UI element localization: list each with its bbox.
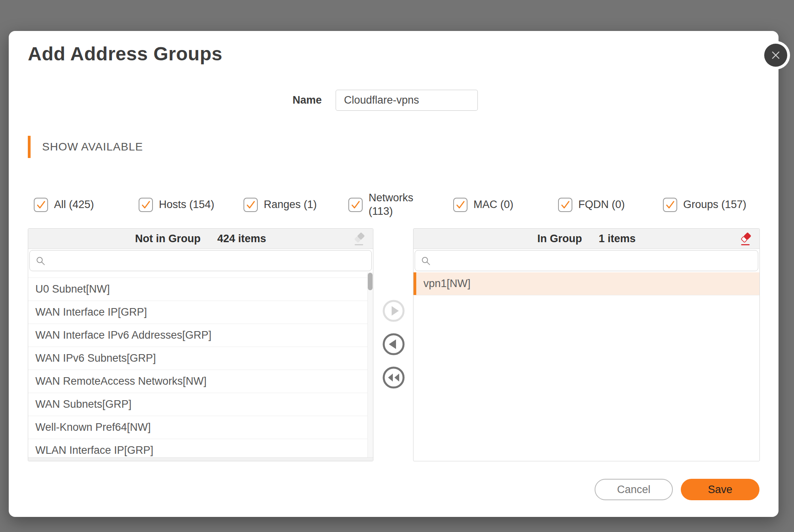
- not-in-group-panel: Not in Group 424 items: [28, 228, 373, 461]
- list-item[interactable]: WAN Interface IPv6 Addresses[GRP]: [28, 324, 367, 347]
- checkbox-checked-icon[interactable]: [348, 198, 363, 212]
- add-address-groups-dialog: Add Address Groups Name SHOW AVAILABLE A…: [9, 31, 779, 517]
- list-item-label: WAN IPv6 Subnets[GRP]: [35, 352, 156, 364]
- close-icon: [764, 44, 787, 67]
- filter-label: Groups (157): [683, 198, 746, 212]
- section-title: SHOW AVAILABLE: [42, 136, 143, 158]
- panel-count: 424 items: [217, 233, 266, 245]
- filter-label: Networks (113): [369, 191, 417, 218]
- in-group-header: In Group 1 items: [413, 229, 759, 249]
- filter-checkbox[interactable]: FQDN (0): [558, 198, 663, 212]
- list-item-label: vpn1[NW]: [423, 278, 471, 289]
- list-item-label: WAN Interface IP[GRP]: [35, 306, 147, 318]
- filter-checkbox[interactable]: Ranges (1): [243, 198, 348, 212]
- filter-label: All (425): [54, 198, 94, 212]
- in-group-panel: In Group 1 items: [413, 228, 760, 461]
- panel-title: In Group: [537, 233, 582, 245]
- filter-label: FQDN (0): [578, 198, 625, 212]
- move-all-left-button[interactable]: [383, 366, 405, 389]
- filter-checkbox[interactable]: Groups (157): [663, 198, 768, 212]
- filter-row: All (425) Hosts (154): [34, 191, 768, 219]
- checkbox-checked-icon[interactable]: [243, 198, 258, 212]
- panel-title: Not in Group: [135, 233, 201, 245]
- list-item[interactable]: WAN RemoteAccess Networks[NW]: [28, 370, 367, 393]
- name-input[interactable]: [336, 90, 478, 111]
- search-icon: [421, 256, 431, 266]
- section-accent-bar: [28, 136, 31, 158]
- not-in-group-header: Not in Group 424 items: [28, 229, 373, 249]
- list-item-label: WAN Interface IPv6 Addresses[GRP]: [35, 329, 211, 341]
- horizontal-scrollbar-track[interactable]: [28, 457, 373, 461]
- close-button[interactable]: [761, 41, 790, 69]
- search-icon: [35, 256, 46, 266]
- filter-checkbox[interactable]: Hosts (154): [139, 198, 243, 212]
- checkbox-checked-icon[interactable]: [34, 198, 48, 212]
- search-input[interactable]: [50, 251, 371, 271]
- in-group-search: [415, 250, 758, 271]
- clear-selection-eraser-icon[interactable]: [738, 231, 753, 247]
- list-item[interactable]: WAN Subnets[GRP]: [28, 393, 367, 416]
- dialog-title: Add Address Groups: [28, 43, 222, 65]
- not-in-group-search: [29, 250, 372, 271]
- filter-checkbox[interactable]: Networks (113): [348, 191, 453, 218]
- list-item[interactable]: Well-Known Pref64[NW]: [28, 416, 367, 439]
- list-item-label: WAN RemoteAccess Networks[NW]: [35, 375, 207, 387]
- filter-label: MAC (0): [473, 198, 514, 212]
- move-right-button-disabled[interactable]: [383, 300, 405, 322]
- list-item-label: WAN Subnets[GRP]: [35, 398, 131, 410]
- list-item-label: U0 Subnet[NW]: [35, 283, 110, 295]
- vertical-scrollbar-track[interactable]: [367, 272, 373, 457]
- cancel-button[interactable]: Cancel: [595, 479, 673, 500]
- list-item-label: WLAN Interface IP[GRP]: [35, 444, 153, 456]
- checkbox-checked-icon[interactable]: [663, 198, 677, 212]
- not-in-group-list: U0 Subnet[NW] WAN Interface IP[GRP] WAN …: [28, 272, 367, 457]
- checkbox-checked-icon[interactable]: [558, 198, 572, 212]
- list-item-label: Well-Known Pref64[NW]: [35, 421, 151, 433]
- filter-label: Hosts (154): [159, 198, 214, 212]
- list-item-selected[interactable]: vpn1[NW]: [413, 272, 759, 295]
- list-item[interactable]: U0 Subnet[NW]: [28, 278, 367, 301]
- modal-backdrop: Add Address Groups Name SHOW AVAILABLE A…: [0, 0, 794, 532]
- panel-count: 1 items: [599, 233, 636, 245]
- vertical-scrollbar-thumb[interactable]: [368, 273, 373, 290]
- checkbox-checked-icon[interactable]: [139, 198, 153, 212]
- filter-checkbox[interactable]: All (425): [34, 198, 139, 212]
- move-left-button[interactable]: [383, 333, 405, 355]
- checkbox-checked-icon[interactable]: [453, 198, 468, 212]
- name-label: Name: [242, 90, 322, 111]
- list-item[interactable]: WLAN Interface IP[GRP]: [28, 439, 367, 457]
- clear-selection-eraser-icon-disabled[interactable]: [352, 231, 367, 247]
- in-group-list: vpn1[NW]: [413, 272, 759, 457]
- filter-label: Ranges (1): [264, 198, 317, 212]
- save-button[interactable]: Save: [681, 479, 759, 500]
- list-item[interactable]: WAN Interface IP[GRP]: [28, 301, 367, 324]
- filter-checkbox[interactable]: MAC (0): [453, 198, 558, 212]
- search-input[interactable]: [435, 251, 758, 271]
- list-item[interactable]: WAN IPv6 Subnets[GRP]: [28, 347, 367, 370]
